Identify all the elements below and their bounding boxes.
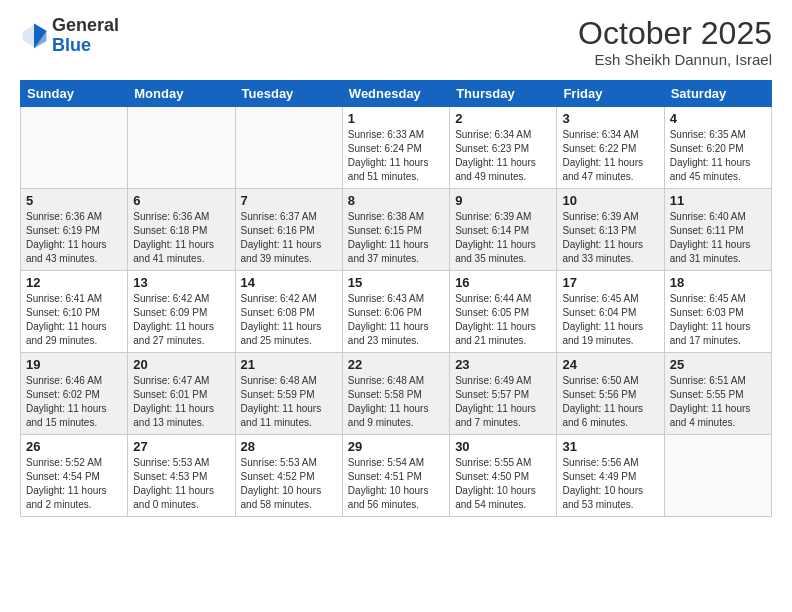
cell-text: Sunrise: 5:54 AM Sunset: 4:51 PM Dayligh… [348, 456, 444, 512]
cell-text: Sunrise: 6:43 AM Sunset: 6:06 PM Dayligh… [348, 292, 444, 348]
cell-text: Sunrise: 6:51 AM Sunset: 5:55 PM Dayligh… [670, 374, 766, 430]
calendar-cell: 20Sunrise: 6:47 AM Sunset: 6:01 PM Dayli… [128, 353, 235, 435]
day-number: 22 [348, 357, 444, 372]
day-number: 21 [241, 357, 337, 372]
cell-text: Sunrise: 6:37 AM Sunset: 6:16 PM Dayligh… [241, 210, 337, 266]
calendar-cell: 27Sunrise: 5:53 AM Sunset: 4:53 PM Dayli… [128, 435, 235, 517]
cell-text: Sunrise: 6:46 AM Sunset: 6:02 PM Dayligh… [26, 374, 122, 430]
cell-text: Sunrise: 6:34 AM Sunset: 6:23 PM Dayligh… [455, 128, 551, 184]
cell-text: Sunrise: 6:39 AM Sunset: 6:13 PM Dayligh… [562, 210, 658, 266]
day-number: 3 [562, 111, 658, 126]
cell-text: Sunrise: 6:40 AM Sunset: 6:11 PM Dayligh… [670, 210, 766, 266]
calendar-week-row: 12Sunrise: 6:41 AM Sunset: 6:10 PM Dayli… [21, 271, 772, 353]
calendar-cell: 16Sunrise: 6:44 AM Sunset: 6:05 PM Dayli… [450, 271, 557, 353]
day-number: 14 [241, 275, 337, 290]
cell-text: Sunrise: 6:50 AM Sunset: 5:56 PM Dayligh… [562, 374, 658, 430]
weekday-header: Monday [128, 81, 235, 107]
day-number: 16 [455, 275, 551, 290]
cell-text: Sunrise: 6:45 AM Sunset: 6:04 PM Dayligh… [562, 292, 658, 348]
cell-text: Sunrise: 6:45 AM Sunset: 6:03 PM Dayligh… [670, 292, 766, 348]
day-number: 1 [348, 111, 444, 126]
logo-blue: Blue [52, 36, 119, 56]
calendar-week-row: 1Sunrise: 6:33 AM Sunset: 6:24 PM Daylig… [21, 107, 772, 189]
calendar-cell: 7Sunrise: 6:37 AM Sunset: 6:16 PM Daylig… [235, 189, 342, 271]
day-number: 31 [562, 439, 658, 454]
logo: General Blue [20, 16, 119, 56]
day-number: 5 [26, 193, 122, 208]
cell-text: Sunrise: 6:47 AM Sunset: 6:01 PM Dayligh… [133, 374, 229, 430]
calendar-cell: 15Sunrise: 6:43 AM Sunset: 6:06 PM Dayli… [342, 271, 449, 353]
day-number: 12 [26, 275, 122, 290]
calendar-cell: 2Sunrise: 6:34 AM Sunset: 6:23 PM Daylig… [450, 107, 557, 189]
cell-text: Sunrise: 5:52 AM Sunset: 4:54 PM Dayligh… [26, 456, 122, 512]
calendar-cell: 12Sunrise: 6:41 AM Sunset: 6:10 PM Dayli… [21, 271, 128, 353]
cell-text: Sunrise: 6:48 AM Sunset: 5:58 PM Dayligh… [348, 374, 444, 430]
calendar-cell: 18Sunrise: 6:45 AM Sunset: 6:03 PM Dayli… [664, 271, 771, 353]
day-number: 30 [455, 439, 551, 454]
cell-text: Sunrise: 6:34 AM Sunset: 6:22 PM Dayligh… [562, 128, 658, 184]
day-number: 4 [670, 111, 766, 126]
day-number: 7 [241, 193, 337, 208]
calendar-cell [21, 107, 128, 189]
weekday-header: Saturday [664, 81, 771, 107]
cell-text: Sunrise: 6:36 AM Sunset: 6:19 PM Dayligh… [26, 210, 122, 266]
calendar-cell: 28Sunrise: 5:53 AM Sunset: 4:52 PM Dayli… [235, 435, 342, 517]
calendar-week-row: 19Sunrise: 6:46 AM Sunset: 6:02 PM Dayli… [21, 353, 772, 435]
calendar-cell: 4Sunrise: 6:35 AM Sunset: 6:20 PM Daylig… [664, 107, 771, 189]
day-number: 29 [348, 439, 444, 454]
weekday-header: Thursday [450, 81, 557, 107]
cell-text: Sunrise: 6:42 AM Sunset: 6:08 PM Dayligh… [241, 292, 337, 348]
location-title: Esh Sheikh Dannun, Israel [578, 51, 772, 68]
logo-icon [20, 22, 48, 50]
day-number: 20 [133, 357, 229, 372]
month-title: October 2025 [578, 16, 772, 51]
cell-text: Sunrise: 5:55 AM Sunset: 4:50 PM Dayligh… [455, 456, 551, 512]
cell-text: Sunrise: 6:39 AM Sunset: 6:14 PM Dayligh… [455, 210, 551, 266]
calendar-cell [235, 107, 342, 189]
cell-text: Sunrise: 5:56 AM Sunset: 4:49 PM Dayligh… [562, 456, 658, 512]
cell-text: Sunrise: 6:48 AM Sunset: 5:59 PM Dayligh… [241, 374, 337, 430]
cell-text: Sunrise: 6:35 AM Sunset: 6:20 PM Dayligh… [670, 128, 766, 184]
day-number: 24 [562, 357, 658, 372]
cell-text: Sunrise: 5:53 AM Sunset: 4:52 PM Dayligh… [241, 456, 337, 512]
page: General Blue October 2025 Esh Sheikh Dan… [0, 0, 792, 612]
calendar-cell: 11Sunrise: 6:40 AM Sunset: 6:11 PM Dayli… [664, 189, 771, 271]
calendar-cell: 24Sunrise: 6:50 AM Sunset: 5:56 PM Dayli… [557, 353, 664, 435]
calendar-cell: 19Sunrise: 6:46 AM Sunset: 6:02 PM Dayli… [21, 353, 128, 435]
weekday-header: Wednesday [342, 81, 449, 107]
calendar-cell: 30Sunrise: 5:55 AM Sunset: 4:50 PM Dayli… [450, 435, 557, 517]
weekday-header: Friday [557, 81, 664, 107]
calendar-cell: 6Sunrise: 6:36 AM Sunset: 6:18 PM Daylig… [128, 189, 235, 271]
weekday-header: Sunday [21, 81, 128, 107]
calendar-cell: 22Sunrise: 6:48 AM Sunset: 5:58 PM Dayli… [342, 353, 449, 435]
day-number: 27 [133, 439, 229, 454]
title-block: October 2025 Esh Sheikh Dannun, Israel [578, 16, 772, 68]
cell-text: Sunrise: 6:36 AM Sunset: 6:18 PM Dayligh… [133, 210, 229, 266]
logo-general: General [52, 16, 119, 36]
day-number: 13 [133, 275, 229, 290]
day-number: 17 [562, 275, 658, 290]
cell-text: Sunrise: 6:41 AM Sunset: 6:10 PM Dayligh… [26, 292, 122, 348]
day-number: 25 [670, 357, 766, 372]
weekday-header: Tuesday [235, 81, 342, 107]
day-number: 15 [348, 275, 444, 290]
header: General Blue October 2025 Esh Sheikh Dan… [20, 16, 772, 68]
day-number: 28 [241, 439, 337, 454]
calendar-cell: 10Sunrise: 6:39 AM Sunset: 6:13 PM Dayli… [557, 189, 664, 271]
calendar-cell [128, 107, 235, 189]
day-number: 10 [562, 193, 658, 208]
calendar-week-row: 26Sunrise: 5:52 AM Sunset: 4:54 PM Dayli… [21, 435, 772, 517]
calendar-cell: 8Sunrise: 6:38 AM Sunset: 6:15 PM Daylig… [342, 189, 449, 271]
calendar-cell: 1Sunrise: 6:33 AM Sunset: 6:24 PM Daylig… [342, 107, 449, 189]
day-number: 2 [455, 111, 551, 126]
day-number: 11 [670, 193, 766, 208]
day-number: 6 [133, 193, 229, 208]
cell-text: Sunrise: 6:49 AM Sunset: 5:57 PM Dayligh… [455, 374, 551, 430]
day-number: 9 [455, 193, 551, 208]
day-number: 19 [26, 357, 122, 372]
calendar-cell: 13Sunrise: 6:42 AM Sunset: 6:09 PM Dayli… [128, 271, 235, 353]
calendar-week-row: 5Sunrise: 6:36 AM Sunset: 6:19 PM Daylig… [21, 189, 772, 271]
calendar-cell: 14Sunrise: 6:42 AM Sunset: 6:08 PM Dayli… [235, 271, 342, 353]
calendar-cell: 9Sunrise: 6:39 AM Sunset: 6:14 PM Daylig… [450, 189, 557, 271]
calendar-cell: 23Sunrise: 6:49 AM Sunset: 5:57 PM Dayli… [450, 353, 557, 435]
